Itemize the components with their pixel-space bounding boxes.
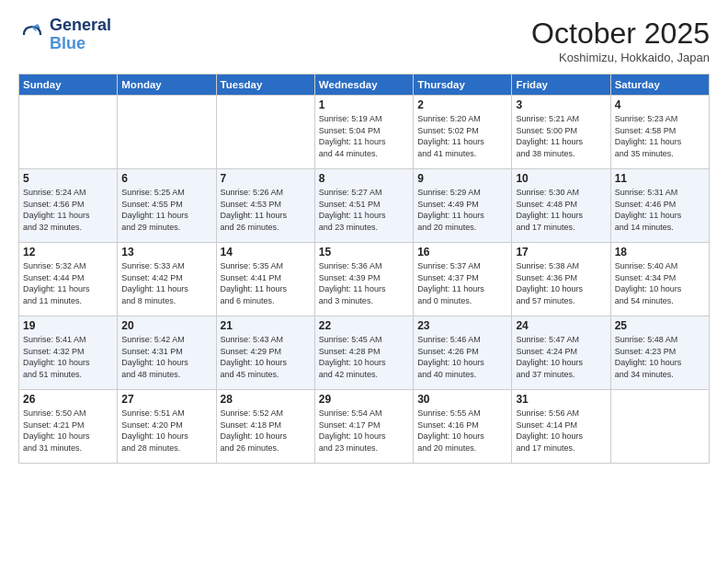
day-number: 31 bbox=[516, 393, 606, 406]
day-info: Sunrise: 5:24 AM Sunset: 4:56 PM Dayligh… bbox=[23, 187, 113, 233]
day-number: 26 bbox=[23, 393, 113, 406]
calendar-cell: 16Sunrise: 5:37 AM Sunset: 4:37 PM Dayli… bbox=[414, 243, 512, 316]
calendar-body: 1Sunrise: 5:19 AM Sunset: 5:04 PM Daylig… bbox=[19, 96, 710, 464]
calendar-week-2: 5Sunrise: 5:24 AM Sunset: 4:56 PM Daylig… bbox=[19, 169, 710, 243]
calendar-week-1: 1Sunrise: 5:19 AM Sunset: 5:04 PM Daylig… bbox=[19, 96, 710, 169]
svg-rect-0 bbox=[18, 21, 46, 49]
calendar-cell: 10Sunrise: 5:30 AM Sunset: 4:48 PM Dayli… bbox=[512, 169, 610, 243]
logo: General Blue bbox=[18, 17, 111, 53]
day-info: Sunrise: 5:54 AM Sunset: 4:17 PM Dayligh… bbox=[319, 408, 409, 454]
calendar-cell: 31Sunrise: 5:56 AM Sunset: 4:14 PM Dayli… bbox=[512, 390, 610, 464]
day-info: Sunrise: 5:55 AM Sunset: 4:16 PM Dayligh… bbox=[417, 408, 507, 454]
day-info: Sunrise: 5:31 AM Sunset: 4:46 PM Dayligh… bbox=[615, 187, 705, 233]
day-number: 13 bbox=[121, 246, 211, 259]
th-sunday: Sunday bbox=[19, 75, 118, 96]
calendar-cell: 4Sunrise: 5:23 AM Sunset: 4:58 PM Daylig… bbox=[610, 96, 709, 169]
day-info: Sunrise: 5:26 AM Sunset: 4:53 PM Dayligh… bbox=[221, 187, 311, 233]
logo-icon bbox=[18, 21, 46, 49]
day-number: 12 bbox=[23, 246, 113, 259]
day-number: 25 bbox=[615, 319, 705, 332]
calendar-cell: 24Sunrise: 5:47 AM Sunset: 4:24 PM Dayli… bbox=[512, 316, 610, 390]
day-number: 16 bbox=[417, 246, 507, 259]
day-number: 14 bbox=[221, 246, 311, 259]
logo-text: General Blue bbox=[50, 17, 111, 53]
day-number: 21 bbox=[221, 319, 311, 332]
calendar-cell: 5Sunrise: 5:24 AM Sunset: 4:56 PM Daylig… bbox=[19, 169, 118, 243]
title-area: October 2025 Koshimizu, Hokkaido, Japan bbox=[531, 17, 710, 64]
day-number: 30 bbox=[417, 393, 507, 406]
header: General Blue October 2025 Koshimizu, Hok… bbox=[18, 17, 710, 64]
calendar-cell: 19Sunrise: 5:41 AM Sunset: 4:32 PM Dayli… bbox=[19, 316, 118, 390]
day-info: Sunrise: 5:50 AM Sunset: 4:21 PM Dayligh… bbox=[23, 408, 113, 454]
day-number: 1 bbox=[319, 98, 409, 111]
calendar-cell: 1Sunrise: 5:19 AM Sunset: 5:04 PM Daylig… bbox=[314, 96, 413, 169]
day-number: 22 bbox=[319, 319, 409, 332]
th-monday: Monday bbox=[118, 75, 216, 96]
day-number: 5 bbox=[23, 172, 113, 185]
day-number: 15 bbox=[319, 246, 409, 259]
day-info: Sunrise: 5:19 AM Sunset: 5:04 PM Dayligh… bbox=[319, 113, 409, 159]
day-number: 3 bbox=[516, 98, 606, 111]
calendar-cell: 17Sunrise: 5:38 AM Sunset: 4:36 PM Dayli… bbox=[512, 243, 610, 316]
th-tuesday: Tuesday bbox=[216, 75, 314, 96]
calendar-cell: 11Sunrise: 5:31 AM Sunset: 4:46 PM Dayli… bbox=[610, 169, 709, 243]
logo-line2: Blue bbox=[50, 35, 111, 53]
day-number: 28 bbox=[221, 393, 311, 406]
calendar-cell: 22Sunrise: 5:45 AM Sunset: 4:28 PM Dayli… bbox=[314, 316, 413, 390]
calendar-cell: 3Sunrise: 5:21 AM Sunset: 5:00 PM Daylig… bbox=[512, 96, 610, 169]
day-info: Sunrise: 5:56 AM Sunset: 4:14 PM Dayligh… bbox=[516, 408, 606, 454]
day-info: Sunrise: 5:51 AM Sunset: 4:20 PM Dayligh… bbox=[121, 408, 211, 454]
calendar-header: Sunday Monday Tuesday Wednesday Thursday… bbox=[19, 75, 710, 96]
day-number: 27 bbox=[121, 393, 211, 406]
header-row: Sunday Monday Tuesday Wednesday Thursday… bbox=[19, 75, 710, 96]
day-number: 24 bbox=[516, 319, 606, 332]
page: General Blue October 2025 Koshimizu, Hok… bbox=[0, 0, 728, 563]
calendar-cell: 21Sunrise: 5:43 AM Sunset: 4:29 PM Dayli… bbox=[216, 316, 314, 390]
calendar-cell: 20Sunrise: 5:42 AM Sunset: 4:31 PM Dayli… bbox=[118, 316, 216, 390]
day-number: 20 bbox=[121, 319, 211, 332]
day-number: 10 bbox=[516, 172, 606, 185]
day-info: Sunrise: 5:21 AM Sunset: 5:00 PM Dayligh… bbox=[516, 113, 606, 159]
day-number: 4 bbox=[615, 98, 705, 111]
calendar-cell: 25Sunrise: 5:48 AM Sunset: 4:23 PM Dayli… bbox=[610, 316, 709, 390]
day-info: Sunrise: 5:30 AM Sunset: 4:48 PM Dayligh… bbox=[516, 187, 606, 233]
th-friday: Friday bbox=[512, 75, 610, 96]
th-saturday: Saturday bbox=[610, 75, 709, 96]
day-info: Sunrise: 5:38 AM Sunset: 4:36 PM Dayligh… bbox=[516, 260, 606, 306]
calendar-cell: 30Sunrise: 5:55 AM Sunset: 4:16 PM Dayli… bbox=[414, 390, 512, 464]
th-thursday: Thursday bbox=[414, 75, 512, 96]
calendar-cell bbox=[216, 96, 314, 169]
day-info: Sunrise: 5:35 AM Sunset: 4:41 PM Dayligh… bbox=[221, 260, 311, 306]
calendar-cell: 7Sunrise: 5:26 AM Sunset: 4:53 PM Daylig… bbox=[216, 169, 314, 243]
day-info: Sunrise: 5:46 AM Sunset: 4:26 PM Dayligh… bbox=[417, 334, 507, 380]
day-info: Sunrise: 5:29 AM Sunset: 4:49 PM Dayligh… bbox=[417, 187, 507, 233]
calendar-week-4: 19Sunrise: 5:41 AM Sunset: 4:32 PM Dayli… bbox=[19, 316, 710, 390]
calendar-cell: 28Sunrise: 5:52 AM Sunset: 4:18 PM Dayli… bbox=[216, 390, 314, 464]
day-number: 19 bbox=[23, 319, 113, 332]
calendar-cell: 29Sunrise: 5:54 AM Sunset: 4:17 PM Dayli… bbox=[314, 390, 413, 464]
calendar-cell: 8Sunrise: 5:27 AM Sunset: 4:51 PM Daylig… bbox=[314, 169, 413, 243]
day-number: 17 bbox=[516, 246, 606, 259]
day-number: 2 bbox=[417, 98, 507, 111]
calendar-cell: 23Sunrise: 5:46 AM Sunset: 4:26 PM Dayli… bbox=[414, 316, 512, 390]
day-info: Sunrise: 5:25 AM Sunset: 4:55 PM Dayligh… bbox=[121, 187, 211, 233]
calendar-cell: 18Sunrise: 5:40 AM Sunset: 4:34 PM Dayli… bbox=[610, 243, 709, 316]
day-info: Sunrise: 5:41 AM Sunset: 4:32 PM Dayligh… bbox=[23, 334, 113, 380]
day-info: Sunrise: 5:32 AM Sunset: 4:44 PM Dayligh… bbox=[23, 260, 113, 306]
day-number: 11 bbox=[615, 172, 705, 185]
calendar-week-3: 12Sunrise: 5:32 AM Sunset: 4:44 PM Dayli… bbox=[19, 243, 710, 316]
calendar-cell: 27Sunrise: 5:51 AM Sunset: 4:20 PM Dayli… bbox=[118, 390, 216, 464]
month-title: October 2025 bbox=[531, 17, 710, 51]
day-info: Sunrise: 5:23 AM Sunset: 4:58 PM Dayligh… bbox=[615, 113, 705, 159]
day-info: Sunrise: 5:40 AM Sunset: 4:34 PM Dayligh… bbox=[615, 260, 705, 306]
day-number: 6 bbox=[121, 172, 211, 185]
calendar: Sunday Monday Tuesday Wednesday Thursday… bbox=[18, 74, 710, 464]
day-info: Sunrise: 5:43 AM Sunset: 4:29 PM Dayligh… bbox=[221, 334, 311, 380]
calendar-cell bbox=[610, 390, 709, 464]
day-number: 23 bbox=[417, 319, 507, 332]
calendar-cell: 2Sunrise: 5:20 AM Sunset: 5:02 PM Daylig… bbox=[414, 96, 512, 169]
day-info: Sunrise: 5:20 AM Sunset: 5:02 PM Dayligh… bbox=[417, 113, 507, 159]
calendar-cell bbox=[118, 96, 216, 169]
calendar-cell: 13Sunrise: 5:33 AM Sunset: 4:42 PM Dayli… bbox=[118, 243, 216, 316]
calendar-week-5: 26Sunrise: 5:50 AM Sunset: 4:21 PM Dayli… bbox=[19, 390, 710, 464]
